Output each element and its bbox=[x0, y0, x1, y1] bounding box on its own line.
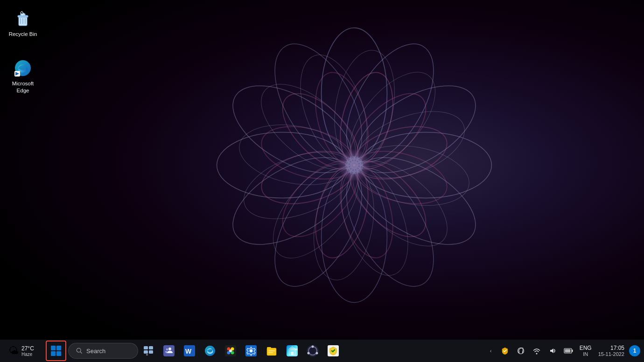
task-view-icon bbox=[143, 346, 154, 356]
teams-button[interactable] bbox=[159, 341, 179, 361]
start-button[interactable] bbox=[46, 341, 66, 361]
weather-icon: 🌤 bbox=[8, 345, 19, 357]
desktop: Recycle Bin bbox=[0, 0, 644, 362]
system-tray: ‹ bbox=[485, 341, 640, 360]
edge-taskbar-button[interactable] bbox=[200, 341, 220, 361]
word-button[interactable]: W bbox=[179, 341, 200, 361]
svg-point-78 bbox=[312, 346, 314, 348]
audio-tray-icon[interactable] bbox=[513, 343, 528, 358]
store-icon: STORE bbox=[287, 345, 298, 356]
svg-point-56 bbox=[166, 348, 168, 350]
paint-button[interactable] bbox=[220, 341, 241, 361]
svg-rect-69 bbox=[267, 347, 271, 349]
taskbar: 🌤 27°C Haze Search bbox=[0, 340, 644, 362]
svg-point-37 bbox=[345, 156, 363, 174]
svg-point-83 bbox=[536, 353, 537, 355]
svg-point-55 bbox=[168, 348, 171, 350]
svg-rect-74 bbox=[291, 352, 294, 355]
svg-text:STORE: STORE bbox=[290, 348, 298, 351]
svg-rect-51 bbox=[144, 350, 148, 354]
weather-info: 27°C Haze bbox=[21, 345, 34, 357]
language-text: ENG bbox=[580, 345, 592, 351]
microsoft-edge-label: Microsoft Edge bbox=[7, 80, 39, 94]
svg-rect-53 bbox=[146, 354, 148, 355]
edge-svg bbox=[14, 59, 32, 77]
teams-icon bbox=[163, 345, 175, 356]
file-explorer-button[interactable] bbox=[261, 341, 282, 361]
word-icon: W bbox=[184, 345, 195, 356]
norton-icon bbox=[328, 345, 339, 356]
recycle-bin-icon[interactable]: Recycle Bin bbox=[5, 7, 41, 40]
circle-app-button[interactable] bbox=[302, 341, 323, 361]
svg-rect-52 bbox=[149, 350, 153, 354]
search-icon bbox=[76, 348, 83, 354]
language-indicator[interactable]: ENG IN bbox=[577, 341, 595, 360]
language-region: IN bbox=[583, 351, 588, 357]
paint-icon bbox=[225, 345, 236, 356]
svg-point-80 bbox=[308, 352, 310, 355]
svg-text:W: W bbox=[185, 348, 192, 355]
battery-tray-icon[interactable] bbox=[561, 343, 576, 358]
settings-button[interactable] bbox=[241, 341, 261, 361]
virus-shield-tray-icon[interactable] bbox=[497, 343, 512, 358]
recycle-bin-label: Recycle Bin bbox=[9, 31, 37, 38]
weather-description: Haze bbox=[21, 352, 34, 357]
clock-date: 15-11-2022 bbox=[598, 351, 624, 357]
microsoft-edge-desktop-icon[interactable]: Microsoft Edge bbox=[5, 56, 41, 96]
file-explorer-icon bbox=[266, 345, 277, 356]
clock-time: 17:05 bbox=[610, 345, 624, 351]
store-button[interactable]: STORE bbox=[282, 341, 302, 361]
norton-button[interactable] bbox=[323, 341, 343, 361]
svg-rect-86 bbox=[565, 349, 570, 353]
circle-app-icon bbox=[307, 345, 319, 357]
edge-taskbar-icon bbox=[204, 345, 216, 356]
svg-line-48 bbox=[80, 352, 82, 353]
wallpaper-art bbox=[205, 7, 504, 324]
windows-logo bbox=[51, 346, 61, 356]
svg-rect-54 bbox=[163, 345, 175, 356]
notification-badge[interactable]: 1 bbox=[629, 345, 640, 356]
task-view-button[interactable] bbox=[138, 341, 159, 361]
svg-point-65 bbox=[229, 349, 232, 352]
weather-widget[interactable]: 🌤 27°C Haze bbox=[4, 343, 46, 359]
svg-point-59 bbox=[205, 346, 215, 356]
svg-rect-50 bbox=[149, 346, 153, 349]
volume-tray-icon[interactable] bbox=[545, 343, 560, 358]
search-label: Search bbox=[86, 348, 105, 355]
svg-point-79 bbox=[316, 352, 318, 355]
weather-temperature: 27°C bbox=[21, 345, 34, 352]
svg-rect-72 bbox=[268, 352, 273, 353]
svg-rect-49 bbox=[144, 346, 148, 349]
settings-icon bbox=[245, 345, 257, 356]
clock[interactable]: 17:05 15-11-2022 bbox=[595, 341, 627, 360]
svg-rect-85 bbox=[572, 350, 573, 352]
wifi-tray-icon[interactable] bbox=[529, 343, 544, 358]
search-bar[interactable]: Search bbox=[68, 343, 138, 359]
svg-rect-71 bbox=[268, 350, 275, 351]
recycle-bin-svg bbox=[14, 10, 32, 28]
svg-point-67 bbox=[250, 349, 253, 353]
show-hidden-icons-button[interactable]: ‹ bbox=[485, 343, 497, 358]
